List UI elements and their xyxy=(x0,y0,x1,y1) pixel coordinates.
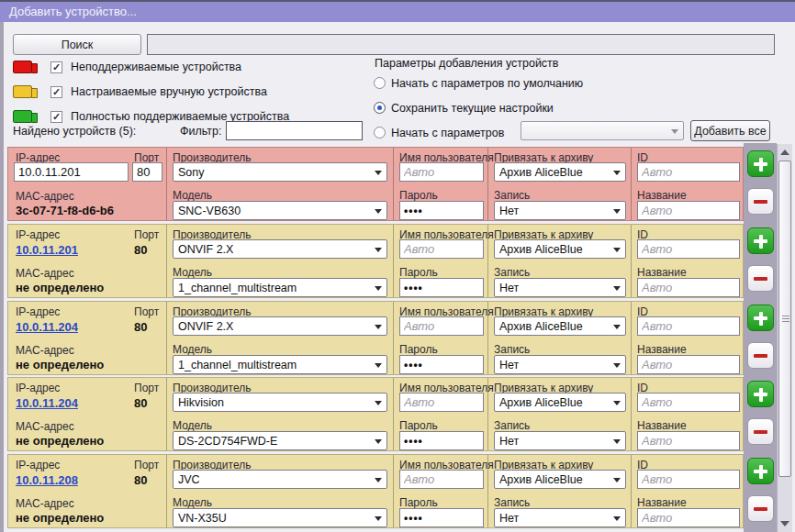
remove-device-button[interactable] xyxy=(747,495,774,522)
chevron-down-icon xyxy=(613,209,621,214)
radio-button[interactable] xyxy=(374,127,386,139)
manual-checkbox[interactable]: ✓ xyxy=(50,86,62,98)
remove-device-button[interactable] xyxy=(747,418,774,445)
remove-icon xyxy=(748,419,773,444)
scrollbar-thumb[interactable] xyxy=(778,161,791,477)
record-label: Запись xyxy=(494,266,530,279)
port-value: 80 xyxy=(134,243,147,257)
add-device-button[interactable] xyxy=(747,305,774,331)
id-input[interactable] xyxy=(637,393,740,412)
search-button[interactable]: Поиск xyxy=(13,34,141,55)
remove-icon xyxy=(748,189,773,214)
password-input[interactable] xyxy=(399,508,484,527)
record-select[interactable]: Нет xyxy=(494,431,626,450)
username-input[interactable] xyxy=(399,162,484,182)
manufacturer-select[interactable]: JVC xyxy=(173,470,387,489)
chevron-down-icon xyxy=(671,129,678,134)
archive-select[interactable]: Архив AliceBlue xyxy=(494,162,626,182)
password-label: Пароль xyxy=(399,496,438,509)
username-input[interactable] xyxy=(399,239,484,259)
record-label: Запись xyxy=(494,189,530,202)
password-input[interactable] xyxy=(399,201,484,220)
username-input[interactable] xyxy=(399,393,484,412)
name-input[interactable] xyxy=(637,431,740,450)
dialog-title-bar[interactable]: Добавить устройство... xyxy=(0,0,795,22)
name-input[interactable] xyxy=(637,278,740,297)
manufacturer-select[interactable]: ONVIF 2.X xyxy=(173,239,387,259)
ip-link[interactable]: 10.0.11.204 xyxy=(16,320,78,334)
unsupported-checkbox[interactable]: ✓ xyxy=(50,61,62,73)
ip-link[interactable]: 10.0.11.204 xyxy=(16,396,78,410)
radio-default-params: Начать с параметров по умолчанию xyxy=(374,77,686,92)
record-label: Запись xyxy=(494,343,530,356)
id-input[interactable] xyxy=(637,316,740,336)
ip-link[interactable]: 10.0.11.201 xyxy=(16,243,78,257)
device-row: IP-адрес Порт 10.0.11.204 80 MAC-адрес н… xyxy=(7,301,777,375)
mac-value: не определено xyxy=(16,281,104,294)
radio-button[interactable] xyxy=(374,77,386,89)
password-label: Пароль xyxy=(399,266,438,279)
add-device-button[interactable] xyxy=(747,458,774,484)
scroll-down-icon[interactable] xyxy=(780,521,789,526)
scroll-up-icon[interactable] xyxy=(780,150,789,155)
filter-label: Неподдерживаемые устройства xyxy=(71,61,241,73)
chevron-down-icon xyxy=(613,171,621,175)
archive-select[interactable]: Архив AliceBlue xyxy=(494,470,626,489)
ip-link[interactable]: 10.0.11.208 xyxy=(16,473,78,487)
model-label: Модель xyxy=(173,343,212,356)
record-select[interactable]: Нет xyxy=(494,508,626,527)
radio-label: Начать с параметров по умолчанию xyxy=(391,77,583,90)
username-input[interactable] xyxy=(399,316,484,336)
chevron-down-icon xyxy=(375,286,382,291)
model-select[interactable]: 1_channel_multistream xyxy=(173,355,387,374)
model-select[interactable]: SNC-VB630 xyxy=(173,201,387,220)
password-label: Пароль xyxy=(399,189,438,202)
name-input[interactable] xyxy=(637,508,740,527)
port-input[interactable] xyxy=(132,162,162,182)
password-input[interactable] xyxy=(399,278,484,297)
remove-device-button[interactable] xyxy=(747,265,774,292)
add-device-button[interactable] xyxy=(747,150,774,177)
ip-label: IP-адрес xyxy=(16,382,60,394)
add-all-button[interactable]: Добавить все xyxy=(690,120,770,141)
add-device-button[interactable] xyxy=(747,381,774,407)
model-select[interactable]: VN-X35U xyxy=(173,508,387,527)
name-input[interactable] xyxy=(637,201,740,220)
id-input[interactable] xyxy=(637,239,740,259)
radio-button[interactable] xyxy=(374,102,386,114)
archive-select[interactable]: Архив AliceBlue xyxy=(494,393,626,412)
archive-select[interactable]: Архив AliceBlue xyxy=(494,316,626,336)
name-input[interactable] xyxy=(637,355,740,374)
unsupported-camera-icon xyxy=(13,61,32,73)
search-input[interactable] xyxy=(147,34,775,55)
add-device-button[interactable] xyxy=(747,227,774,254)
manufacturer-select[interactable]: ONVIF 2.X xyxy=(173,316,387,336)
supported-checkbox[interactable]: ✓ xyxy=(50,111,62,123)
remove-device-button[interactable] xyxy=(747,188,774,215)
vertical-scrollbar[interactable] xyxy=(777,144,792,532)
filter-input[interactable] xyxy=(226,121,363,140)
manufacturer-select[interactable]: Sony xyxy=(173,162,387,182)
password-input[interactable] xyxy=(399,431,484,450)
ip-input[interactable] xyxy=(14,162,129,182)
preset-params-select[interactable] xyxy=(521,121,684,140)
chevron-down-icon xyxy=(613,478,621,482)
username-input[interactable] xyxy=(399,470,484,489)
port-label: Порт xyxy=(134,382,159,394)
radio-label: Сохранить текущие настройки xyxy=(391,102,554,115)
model-select[interactable]: 1_channel_multistream xyxy=(173,278,387,297)
remove-device-button[interactable] xyxy=(747,342,774,369)
manufacturer-select[interactable]: Hikvision xyxy=(173,393,387,412)
archive-select[interactable]: Архив AliceBlue xyxy=(494,239,626,259)
record-select[interactable]: Нет xyxy=(494,201,626,220)
chevron-down-icon xyxy=(613,325,621,329)
record-select[interactable]: Нет xyxy=(494,355,626,374)
chevron-down-icon xyxy=(375,401,382,405)
id-input[interactable] xyxy=(637,162,740,182)
id-input[interactable] xyxy=(637,470,740,489)
chevron-down-icon xyxy=(375,439,382,444)
chevron-down-icon xyxy=(375,363,382,368)
password-input[interactable] xyxy=(399,355,484,374)
record-select[interactable]: Нет xyxy=(494,278,626,297)
model-select[interactable]: DS-2CD754FWD-E xyxy=(173,431,387,450)
